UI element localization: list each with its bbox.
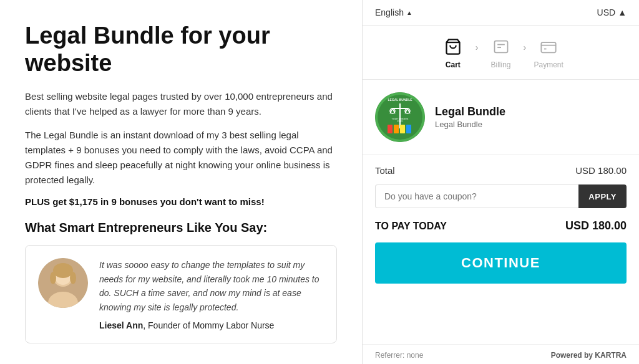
description-2: The Legal Bundle is an instant download … xyxy=(25,128,337,188)
pay-today-label: TO PAY TODAY xyxy=(375,221,447,232)
payment-icon xyxy=(537,36,560,58)
description-1: Best selling website legal pages trusted… xyxy=(25,89,337,119)
total-label: Total xyxy=(375,165,395,176)
product-name: Legal Bundle xyxy=(435,105,505,118)
product-sub-label: Legal Bundle xyxy=(435,120,505,129)
language-label: English xyxy=(375,7,404,17)
brand-name: KARTRA xyxy=(595,351,627,360)
cart-step-label: Cart xyxy=(446,60,461,69)
continue-button[interactable]: CONTINUE xyxy=(375,242,627,284)
step-cart[interactable]: Cart xyxy=(434,36,472,69)
bonus-line: PLUS get $1,175 in 9 bonuses you don't w… xyxy=(25,196,337,207)
powered-by-text: Powered by KARTRA xyxy=(551,351,627,360)
svg-point-4 xyxy=(53,263,73,278)
step-chevron-1: › xyxy=(476,42,479,52)
total-value: USD 180.00 xyxy=(575,165,627,176)
referrer-text: Referrer: none xyxy=(375,351,423,360)
product-info: Legal Bundle Legal Bundle xyxy=(435,105,505,129)
step-chevron-2: › xyxy=(524,42,527,52)
right-footer: Referrer: none Powered by KARTRA xyxy=(363,344,639,364)
step-billing[interactable]: Billing xyxy=(482,36,520,69)
language-arrow-icon: ▲ xyxy=(406,9,412,16)
checkout-steps: Cart › Billing › xyxy=(363,26,639,80)
svg-point-5 xyxy=(50,272,56,284)
apply-coupon-button[interactable]: APPLY xyxy=(578,184,627,208)
currency-label: USD xyxy=(597,7,616,17)
coupon-input[interactable] xyxy=(375,184,578,208)
pay-today-row: TO PAY TODAY USD 180.00 xyxy=(375,219,627,232)
svg-text:LEGAL BUNDLE: LEGAL BUNDLE xyxy=(388,98,412,102)
payment-step-label: Payment xyxy=(534,60,563,69)
right-header: English ▲ USD ▲ xyxy=(363,0,639,26)
currency-selector[interactable]: USD ▲ xyxy=(597,7,627,17)
left-panel: Legal Bundle for your website Best selli… xyxy=(0,0,362,364)
totals-area: Total USD 180.00 APPLY TO PAY TODAY USD … xyxy=(363,155,639,294)
language-selector[interactable]: English ▲ xyxy=(375,7,412,17)
right-panel: English ▲ USD ▲ Cart › xyxy=(362,0,639,364)
testimonial-content: It was soooo easy to change the template… xyxy=(99,258,324,330)
billing-step-label: Billing xyxy=(490,60,510,69)
currency-arrow-icon: ▲ xyxy=(618,7,627,17)
svg-point-6 xyxy=(70,272,76,284)
testimonial-avatar xyxy=(38,258,88,308)
testimonial-quote: It was soooo easy to change the template… xyxy=(99,258,324,314)
total-row: Total USD 180.00 xyxy=(375,165,627,176)
testimonials-heading: What Smart Entrepreneurs Like You Say: xyxy=(25,221,337,235)
step-payment[interactable]: Payment xyxy=(530,36,567,69)
svg-rect-26 xyxy=(394,125,399,133)
product-image: LEGAL BUNDLE FOR YOUR WEBSITE xyxy=(375,92,425,142)
svg-rect-28 xyxy=(406,125,411,133)
testimonial-card: It was soooo easy to change the template… xyxy=(25,245,337,343)
svg-rect-8 xyxy=(494,41,507,53)
testimonial-role: , Founder of Mommy Labor Nurse xyxy=(143,320,274,330)
svg-rect-12 xyxy=(542,42,556,52)
testimonial-author: Liesel Ann, Founder of Mommy Labor Nurse xyxy=(99,320,324,330)
cart-icon xyxy=(442,36,464,58)
billing-icon xyxy=(490,36,512,58)
svg-rect-25 xyxy=(388,125,393,133)
svg-text:YOUR WEBSITE: YOUR WEBSITE xyxy=(392,118,409,120)
page-title: Legal Bundle for your website xyxy=(25,22,337,77)
coupon-row: APPLY xyxy=(375,184,627,208)
product-area: LEGAL BUNDLE FOR YOUR WEBSITE Legal Bund… xyxy=(363,80,639,155)
svg-rect-27 xyxy=(400,125,405,133)
pay-today-value: USD 180.00 xyxy=(565,219,627,232)
